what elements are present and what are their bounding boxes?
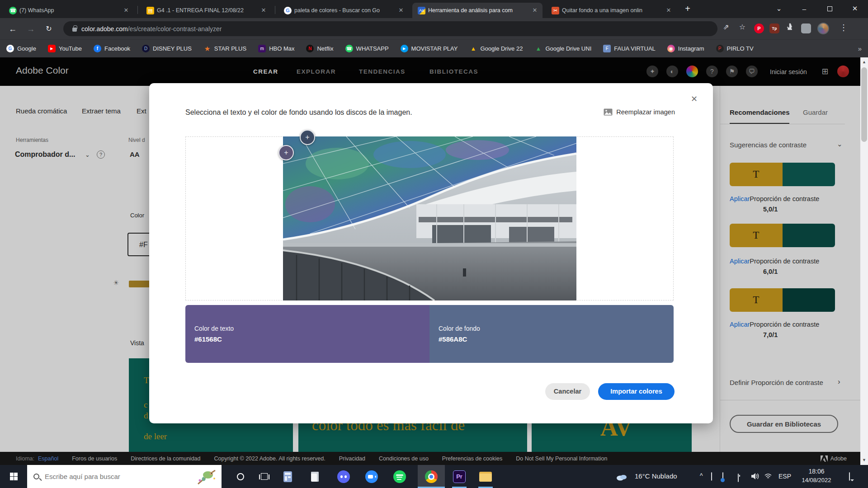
clock[interactable]: 18:06 14/08/2022 — [795, 468, 838, 483]
calculator-glyph — [283, 471, 292, 482]
red-extension-icon[interactable]: Tp — [769, 23, 779, 33]
scroll-down-icon[interactable]: ▼ — [860, 456, 868, 464]
share-icon[interactable]: ⇗ — [720, 23, 732, 31]
star-plus-icon: ★ — [203, 45, 211, 52]
start-button[interactable] — [0, 465, 27, 488]
zoom-icon[interactable] — [359, 465, 384, 488]
window-maximize-button[interactable] — [819, 0, 840, 17]
page-scrollbar[interactable]: ▲ ▼ — [860, 57, 868, 465]
tab-adobe-color-active[interactable]: Aa Herramienta de análisis para com ✕ — [412, 3, 542, 18]
disney-plus-icon: D — [142, 45, 150, 52]
bookmark-google[interactable]: GGoogle — [6, 45, 36, 52]
network-wifi-icon[interactable] — [764, 473, 772, 481]
calculator-icon[interactable] — [277, 465, 298, 488]
window-minimize-button[interactable]: – — [794, 0, 815, 17]
text-color-swatch[interactable]: Color de texto #61568C — [185, 305, 429, 363]
google-drive-icon: ▲ — [469, 45, 477, 52]
puzzle-extensions-icon[interactable] — [784, 23, 797, 33]
tab-close-icon[interactable]: ✕ — [259, 6, 268, 14]
text-color-label: Color de texto — [194, 325, 429, 332]
premiere-icon[interactable]: Pr — [448, 465, 471, 488]
bookmark-instagram[interactable]: ◉Instagram — [667, 45, 704, 52]
tab-entrega-final[interactable]: ▤ G4 .1 - ENTREGA FINAL 12/08/22 ✕ — [141, 3, 271, 18]
search-input[interactable] — [45, 473, 196, 480]
speaker-icon[interactable] — [751, 473, 760, 482]
tab-whatsapp[interactable]: ☎ (7) WhatsApp ✕ — [4, 3, 134, 18]
menu-kebab-icon[interactable]: ⋮ — [837, 23, 850, 33]
cortana-icon[interactable] — [230, 465, 251, 488]
action-center-icon[interactable] — [849, 473, 850, 481]
pinterest-extension-icon[interactable]: P — [754, 23, 764, 33]
back-icon[interactable]: ← — [5, 22, 20, 36]
tab-close-icon[interactable]: ✕ — [531, 6, 539, 14]
bookmark-disney-plus[interactable]: DDISNEY PLUS — [142, 45, 192, 52]
weather-text[interactable]: 16°C Nublado — [635, 472, 677, 480]
address-bar[interactable]: color.adobe.com/es/create/color-contrast… — [63, 21, 717, 36]
image-icon — [604, 108, 613, 116]
tab-separator — [275, 6, 275, 14]
netflix-icon: N — [306, 45, 314, 52]
bookmark-faua-virtual[interactable]: FFAUA VIRTUAL — [603, 45, 656, 52]
bookmark-whatsapp[interactable]: ☎WHATSAPP — [345, 45, 389, 52]
bookmarks-overflow-icon[interactable]: » — [858, 45, 862, 52]
sidebar-extension-icon[interactable] — [801, 23, 811, 33]
task-view-icon[interactable] — [253, 465, 275, 488]
modal-close-icon[interactable]: ✕ — [691, 94, 698, 104]
replace-image-button[interactable]: Reemplazar imagen — [604, 108, 675, 116]
battery-icon[interactable] — [738, 474, 739, 482]
background-color-swatch[interactable]: Color de fondo #586A8C — [429, 305, 674, 363]
tab-search-chevron-icon[interactable]: ⌄ — [769, 0, 789, 17]
tab-close-icon[interactable]: ✕ — [397, 6, 405, 14]
browser-tab-bar: ☎ (7) WhatsApp ✕ ▤ G4 .1 - ENTREGA FINAL… — [0, 0, 868, 18]
color-picker-handle-text[interactable]: + — [278, 145, 294, 160]
uploaded-photo[interactable] — [283, 136, 576, 300]
cancel-button[interactable]: Cancelar — [545, 383, 590, 400]
scroll-up-icon[interactable]: ▲ — [860, 58, 868, 66]
new-tab-button[interactable]: + — [680, 0, 695, 17]
scrollbar-thumb[interactable] — [861, 67, 867, 142]
bookmark-hbo-max[interactable]: mHBO Max — [258, 45, 294, 52]
discord-icon[interactable] — [331, 465, 356, 488]
profile-avatar[interactable] — [817, 23, 829, 34]
tab-close-icon[interactable]: ✕ — [122, 6, 130, 14]
browser-toolbar: ← → ↻ color.adobe.com/es/create/color-co… — [0, 18, 868, 39]
spotify-icon[interactable] — [387, 465, 412, 488]
modal-instruction: Selecciona el texto y el color de fondo … — [185, 108, 412, 117]
bookmark-star-icon[interactable]: ☆ — [736, 23, 749, 31]
taskbar-search[interactable] — [27, 465, 222, 488]
color-picker-handle-background[interactable]: + — [300, 130, 315, 145]
bookmark-google-drive-uni[interactable]: ▲Google Drive UNI — [534, 45, 591, 52]
tab-paleta-colores[interactable]: G paleta de colores - Buscar con Go ✕ — [278, 3, 409, 18]
url-text: color.adobe.com/es/create/color-contrast… — [81, 25, 222, 33]
reload-icon[interactable]: ↻ — [42, 22, 56, 36]
bookmark-star-plus[interactable]: ★STAR PLUS — [203, 45, 246, 52]
movistar-play-icon: ▶ — [401, 45, 408, 52]
tab-quitar-fondo[interactable]: ✂ Quitar fondo a una imagen onlin ✕ — [546, 3, 676, 18]
window-close-button[interactable]: ✕ — [844, 0, 865, 17]
slides-favicon-icon: ▤ — [146, 7, 154, 14]
keyboard-language[interactable]: ESP — [778, 473, 791, 480]
bookmark-youtube[interactable]: ▶YouTube — [48, 45, 82, 52]
file-explorer-icon[interactable] — [474, 465, 497, 488]
time: 18:06 — [795, 468, 838, 475]
your-phone-icon[interactable] — [711, 473, 712, 481]
tab-title: Quitar fondo a una imagen onlin — [562, 7, 662, 14]
bookmark-pirlo-tv[interactable]: PPIRLO TV — [716, 45, 754, 52]
app-badge-icon[interactable] — [722, 473, 723, 481]
tab-close-icon[interactable]: ✕ — [665, 6, 673, 14]
bookmark-netflix[interactable]: NNetflix — [306, 45, 333, 52]
forward-icon[interactable]: → — [24, 22, 38, 36]
bg-color-label: Color de fondo — [439, 325, 674, 332]
google-drive-icon: ▲ — [534, 45, 542, 52]
bookmark-facebook[interactable]: fFacebook — [94, 45, 130, 52]
weather-cloud-icon[interactable] — [616, 473, 627, 483]
document-glyph — [311, 472, 319, 482]
chrome-taskbar-icon[interactable] — [418, 465, 445, 488]
import-colors-button[interactable]: Importar colores — [598, 383, 675, 400]
tab-title: G4 .1 - ENTREGA FINAL 12/08/22 — [157, 7, 257, 14]
notepad-icon[interactable] — [304, 465, 326, 488]
tray-expand-caret-icon[interactable]: ^ — [700, 472, 703, 479]
bookmark-google-drive-22[interactable]: ▲Google Drive 22 — [469, 45, 523, 52]
date: 14/08/2022 — [795, 477, 838, 483]
bookmark-movistar-play[interactable]: ▶MOVISTAR PLAY — [401, 45, 458, 52]
